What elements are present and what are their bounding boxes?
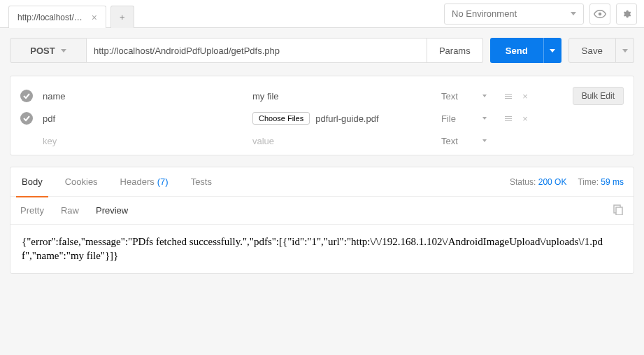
delete-row-button[interactable]: × [517, 88, 534, 104]
new-tab-button[interactable]: + [110, 6, 134, 28]
response-tabs: Body Cookies Headers (7) Tests Status: 2… [10, 167, 634, 197]
request-builder: POST Params Send Save name my file Text … [0, 28, 644, 155]
quick-look-button[interactable] [589, 4, 610, 25]
tab-headers-label: Headers [120, 176, 155, 187]
view-pretty[interactable]: Pretty [20, 205, 44, 216]
copy-button[interactable] [613, 204, 624, 217]
close-icon: × [522, 113, 528, 124]
tab-headers[interactable]: Headers (7) [119, 167, 170, 197]
response-panel: Body Cookies Headers (7) Tests Status: 2… [10, 167, 634, 274]
method-label: POST [30, 46, 55, 56]
drag-icon [505, 94, 512, 99]
status-label: Status: [510, 177, 536, 187]
drag-handle[interactable] [500, 110, 517, 127]
environment-select[interactable]: No Environment [444, 4, 584, 25]
request-tab[interactable]: http://localhost/Andro × [8, 6, 106, 28]
svg-point-0 [599, 12, 602, 15]
body-params-panel: name my file Text × Bulk Edit pdf Choose… [10, 76, 634, 155]
param-type: Text [441, 136, 476, 146]
choose-files-button[interactable]: Choose Files [252, 112, 310, 125]
tab-strip: http://localhost/Andro × + [0, 0, 134, 27]
save-group: Save [568, 38, 634, 63]
copy-icon [613, 204, 624, 215]
method-select[interactable]: POST [10, 38, 87, 63]
row-enable-toggle [20, 134, 33, 147]
drag-icon [505, 116, 512, 121]
chevron-down-icon [622, 49, 628, 53]
chevron-down-icon [482, 139, 487, 142]
file-name: pdfurl-guide.pdf [315, 113, 378, 124]
topbar-right: No Environment [444, 0, 644, 27]
settings-button[interactable] [616, 4, 637, 25]
response-meta: Status: 200 OK Time: 59 ms [510, 177, 624, 187]
close-icon: × [522, 91, 528, 102]
svg-rect-2 [616, 207, 622, 215]
status-value: 200 OK [538, 177, 567, 187]
close-icon[interactable]: × [92, 12, 97, 23]
url-row: POST Params Send Save [10, 38, 634, 63]
param-value[interactable]: Choose Files pdfurl-guide.pdf [252, 112, 441, 125]
row-enable-toggle[interactable] [20, 90, 33, 102]
save-dropdown-button[interactable] [616, 38, 634, 63]
param-type-dropdown[interactable] [476, 117, 493, 120]
check-icon [23, 92, 30, 99]
param-row-empty: key value Text [10, 130, 634, 152]
tab-cookies[interactable]: Cookies [64, 167, 99, 197]
eye-icon [594, 10, 606, 18]
drag-handle[interactable] [500, 88, 517, 104]
tab-title: http://localhost/Andro [17, 13, 86, 22]
param-type-dropdown[interactable] [476, 139, 493, 142]
param-key[interactable]: pdf [43, 113, 252, 124]
param-type: Text [441, 91, 476, 102]
view-mode-row: Pretty Raw Preview [10, 197, 634, 225]
param-type-dropdown[interactable] [476, 95, 493, 97]
chevron-down-icon [61, 49, 66, 53]
chevron-down-icon [550, 49, 555, 53]
view-raw[interactable]: Raw [61, 205, 79, 216]
tab-body[interactable]: Body [20, 167, 44, 197]
row-enable-toggle[interactable] [20, 112, 33, 125]
check-icon [23, 115, 30, 122]
tab-tests[interactable]: Tests [189, 167, 213, 197]
param-value-placeholder[interactable]: value [252, 136, 441, 146]
response-body: {"error":false,"message":"PDfs fetched s… [10, 225, 634, 273]
environment-label: No Environment [452, 8, 517, 19]
send-dropdown-button[interactable] [543, 38, 561, 63]
view-preview[interactable]: Preview [96, 205, 128, 216]
delete-row-button[interactable]: × [517, 110, 534, 127]
param-type: File [441, 113, 476, 124]
gear-icon [622, 9, 631, 19]
save-button[interactable]: Save [568, 38, 616, 63]
send-group: Send [490, 38, 561, 63]
param-key[interactable]: name [43, 91, 252, 102]
param-row: pdf Choose Files pdfurl-guide.pdf File × [10, 107, 634, 130]
send-button[interactable]: Send [490, 38, 543, 63]
param-value[interactable]: my file [252, 91, 441, 102]
row-actions: × [500, 110, 534, 127]
headers-count: (7) [157, 176, 169, 187]
time-label: Time: [578, 177, 599, 187]
chevron-down-icon [482, 95, 487, 97]
param-row: name my file Text × Bulk Edit [10, 85, 634, 107]
time-value: 59 ms [601, 177, 624, 187]
bulk-edit-button[interactable]: Bulk Edit [573, 87, 624, 105]
url-input[interactable] [87, 38, 427, 63]
app-topbar: http://localhost/Andro × + No Environmen… [0, 0, 644, 28]
param-key-placeholder[interactable]: key [43, 136, 252, 146]
params-button[interactable]: Params [427, 38, 483, 63]
chevron-down-icon [571, 12, 576, 15]
chevron-down-icon [482, 117, 487, 120]
row-actions: × [500, 88, 534, 104]
